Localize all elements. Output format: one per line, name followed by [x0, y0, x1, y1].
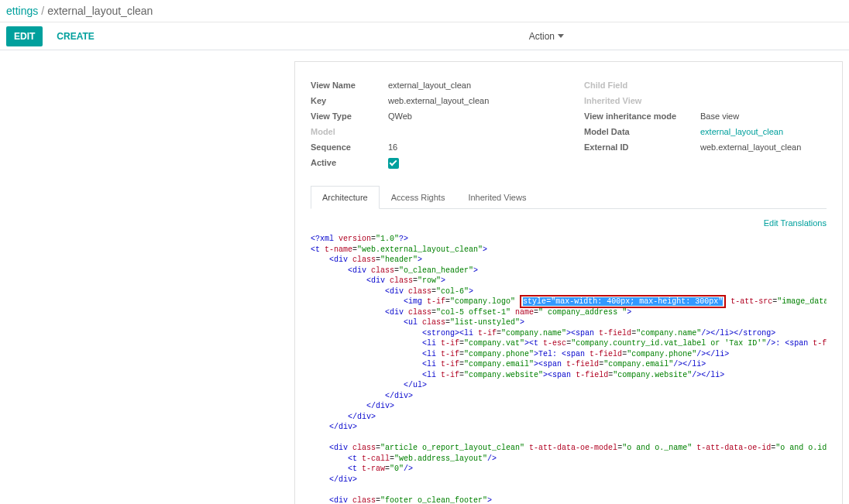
tab-access-rights[interactable]: Access Rights — [380, 186, 457, 208]
form-right-col: Child Field Inherited View View inherita… — [584, 77, 827, 172]
form-grid: View Nameexternal_layout_clean Keyweb.ex… — [311, 77, 827, 172]
label-inherited-view: Inherited View — [584, 96, 662, 105]
tab-architecture[interactable]: Architecture — [311, 186, 380, 209]
breadcrumb-sep: / — [41, 5, 44, 17]
architecture-code: <?xml version="1.0"?> <t t-name="web.ext… — [311, 234, 827, 504]
action-label: Action — [529, 31, 555, 42]
value-inh-mode: Base view — [700, 111, 739, 121]
create-button[interactable]: CREATE — [49, 26, 101, 46]
label-model-data: Model Data — [584, 127, 700, 136]
label-key: Key — [311, 96, 388, 105]
tabs: Architecture Access Rights Inherited Vie… — [311, 186, 827, 209]
breadcrumb-bar: ettings / external_layout_clean — [0, 0, 849, 22]
form-left-col: View Nameexternal_layout_clean Keyweb.ex… — [311, 77, 553, 172]
breadcrumb: ettings / external_layout_clean — [6, 5, 153, 17]
label-view-name: View Name — [311, 81, 388, 90]
label-view-type: View Type — [311, 111, 388, 121]
value-external-id: web.external_layout_clean — [700, 142, 801, 152]
value-view-name: external_layout_clean — [388, 81, 471, 90]
action-menu[interactable]: Action — [529, 31, 564, 42]
edit-button[interactable]: EDIT — [6, 26, 43, 46]
chevron-down-icon — [558, 34, 564, 38]
highlighted-style-attr: style="max-width: 400px; max-height: 300… — [520, 295, 726, 308]
breadcrumb-root[interactable]: ettings — [6, 5, 38, 17]
label-external-id: External ID — [584, 142, 700, 152]
value-sequence: 16 — [388, 142, 397, 152]
label-active: Active — [311, 158, 388, 169]
label-inh-mode: View inheritance mode — [584, 111, 700, 121]
edit-translations-link[interactable]: Edit Translations — [311, 215, 827, 234]
value-view-type: QWeb — [388, 111, 412, 121]
label-child-field: Child Field — [584, 81, 662, 90]
form-sheet: View Nameexternal_layout_clean Keyweb.ex… — [294, 61, 843, 504]
tab-inherited-views[interactable]: Inherited Views — [456, 186, 538, 208]
control-bar: EDIT CREATE Action — [0, 22, 849, 50]
label-sequence: Sequence — [311, 142, 388, 152]
value-model-data[interactable]: external_layout_clean — [700, 127, 783, 136]
active-checkbox[interactable] — [388, 158, 399, 169]
label-model: Model — [311, 127, 388, 136]
value-key: web.external_layout_clean — [388, 96, 489, 105]
breadcrumb-current: external_layout_clean — [47, 5, 153, 17]
